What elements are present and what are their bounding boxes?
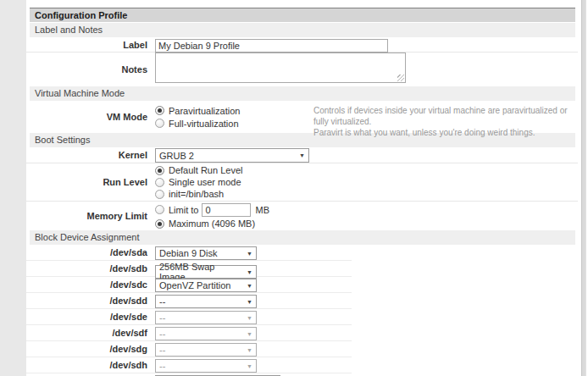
sda-select-value: Debian 9 Disk bbox=[159, 248, 217, 258]
default-run-level-radio[interactable] bbox=[155, 166, 164, 175]
textarea-resize-grip-icon[interactable] bbox=[397, 75, 404, 81]
device-label: /dev/sdh bbox=[26, 360, 152, 370]
sdh-select-value: -- bbox=[159, 361, 165, 371]
device-label: /dev/sdc bbox=[26, 279, 152, 290]
default-run-level-radio-label: Default Run Level bbox=[169, 165, 242, 175]
dropdown-arrow-icon: ▼ bbox=[247, 299, 252, 305]
section-header-virtual-machine-mode: Virtual Machine Mode bbox=[30, 86, 575, 101]
device-row-sdg: /dev/sdg -- ▼ bbox=[26, 341, 352, 357]
notes-field-label: Notes bbox=[26, 64, 152, 75]
sdf-select-value: -- bbox=[159, 329, 165, 339]
memory-limit-label: Memory Limit bbox=[26, 211, 152, 221]
device-label: /dev/sda bbox=[26, 247, 152, 257]
memory-limit-input[interactable] bbox=[202, 203, 251, 217]
dropdown-arrow-icon: ▼ bbox=[299, 152, 305, 158]
notes-row: Notes bbox=[26, 53, 578, 86]
device-row-sdb: /dev/sdb 256MB Swap Image ▼ bbox=[26, 261, 352, 277]
kernel-row: Kernel GRUB 2 ▼ bbox=[26, 147, 578, 163]
memory-maximum-radio[interactable] bbox=[155, 219, 164, 229]
memory-limit-to-radio[interactable] bbox=[155, 205, 164, 214]
memory-maximum-radio-label: Maximum (4096 MB) bbox=[169, 218, 255, 229]
page-title: Configuration Profile bbox=[30, 8, 575, 22]
device-label: /dev/sdg bbox=[26, 344, 152, 354]
device-label: /dev/sdd bbox=[26, 296, 152, 306]
block-device-table: /dev/sda Debian 9 Disk ▼ /dev/sdb 256MB … bbox=[26, 245, 352, 376]
kernel-label: Kernel bbox=[26, 150, 152, 160]
dropdown-arrow-icon: ▼ bbox=[247, 363, 252, 369]
kernel-select[interactable]: GRUB 2 ▼ bbox=[155, 148, 309, 163]
device-label: /dev/sdb bbox=[26, 263, 152, 274]
run-level-row: Run Level Default Run Level Single user … bbox=[26, 163, 578, 202]
vm-mode-row: VM Mode Paravirtualization Full-virtuali… bbox=[26, 101, 578, 133]
sdd-select-value: -- bbox=[159, 296, 165, 307]
device-label: /dev/sde bbox=[26, 312, 152, 322]
vm-mode-label: VM Mode bbox=[26, 112, 152, 122]
section-header-label-and-notes: Label and Notes bbox=[30, 23, 575, 37]
dropdown-arrow-icon: ▼ bbox=[247, 251, 252, 257]
full-virtualization-radio[interactable] bbox=[155, 119, 164, 128]
init-bin-bash-radio-label: init=/bin/bash bbox=[169, 189, 224, 199]
device-row-sdd: /dev/sdd -- ▼ bbox=[26, 293, 352, 309]
memory-limit-to-label: Limit to bbox=[169, 205, 198, 215]
label-input[interactable] bbox=[155, 39, 388, 53]
sdc-select[interactable]: OpenVZ Partition ▼ bbox=[155, 279, 257, 292]
dropdown-arrow-icon: ▼ bbox=[247, 283, 252, 289]
device-row-sdh: /dev/sdh -- ▼ bbox=[26, 357, 352, 373]
memory-limit-row: Memory Limit Limit to MB Maximum (4096 M… bbox=[26, 202, 578, 230]
dropdown-arrow-icon: ▼ bbox=[247, 347, 252, 353]
device-row-sde: /dev/sde -- ▼ bbox=[26, 309, 352, 325]
device-row-sdf: /dev/sdf -- ▼ bbox=[26, 325, 352, 341]
sdc-select-value: OpenVZ Partition bbox=[159, 280, 230, 290]
label-row: Label bbox=[26, 37, 578, 53]
vertical-scrollbar[interactable] bbox=[581, 0, 586, 376]
device-row-sdc: /dev/sdc OpenVZ Partition ▼ bbox=[26, 277, 352, 293]
paravirtualization-radio-label: Paravirtualization bbox=[169, 106, 240, 116]
page: Configuration Profile Label and Notes La… bbox=[0, 0, 588, 376]
paravirtualization-radio[interactable] bbox=[155, 106, 164, 115]
sdf-select[interactable]: -- ▼ bbox=[155, 327, 257, 340]
device-label: /dev/sdf bbox=[26, 328, 152, 338]
sdh-select[interactable]: -- ▼ bbox=[155, 359, 257, 373]
dropdown-arrow-icon: ▼ bbox=[247, 315, 252, 321]
init-bin-bash-radio[interactable] bbox=[155, 190, 164, 199]
notes-textarea[interactable] bbox=[155, 53, 406, 83]
run-level-label: Run Level bbox=[26, 177, 152, 187]
dropdown-arrow-icon: ▼ bbox=[247, 269, 252, 275]
sde-select[interactable]: -- ▼ bbox=[155, 311, 257, 324]
sde-select-value: -- bbox=[159, 312, 165, 323]
dropdown-arrow-icon: ▼ bbox=[247, 331, 252, 337]
sdg-select[interactable]: -- ▼ bbox=[155, 343, 257, 357]
memory-limit-unit-label: MB bbox=[255, 205, 269, 215]
sdd-select[interactable]: -- ▼ bbox=[155, 295, 257, 308]
section-header-block-device-assignment: Block Device Assignment bbox=[30, 230, 575, 245]
full-virtualization-radio-label: Full-virtualization bbox=[169, 119, 239, 129]
single-user-mode-radio-label: Single user mode bbox=[169, 177, 241, 187]
sdg-select-value: -- bbox=[159, 345, 165, 355]
page-left-gutter bbox=[0, 0, 26, 376]
vm-mode-help-text: Controls if devices inside your virtual … bbox=[313, 105, 574, 138]
configuration-profile-panel: Configuration Profile Label and Notes La… bbox=[26, 0, 578, 376]
kernel-select-value: GRUB 2 bbox=[159, 151, 194, 161]
label-field-label: Label bbox=[26, 40, 152, 50]
single-user-mode-radio[interactable] bbox=[155, 178, 164, 187]
